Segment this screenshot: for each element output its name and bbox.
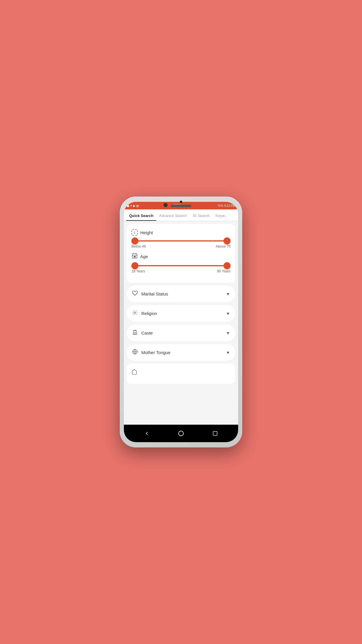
- height-max-label: Above 7ft: [216, 244, 231, 249]
- back-button[interactable]: [142, 429, 152, 438]
- height-card: ↕ Height Below 4ft Above 7ft: [127, 224, 235, 283]
- age-slider-thumb-right[interactable]: [224, 262, 231, 269]
- partial-section-label: [131, 369, 231, 376]
- marital-status-label: Marital Status: [141, 291, 168, 296]
- mother-tongue-chevron: ▼: [226, 350, 230, 355]
- content-area: ↕ Height Below 4ft Above 7ft: [124, 221, 238, 425]
- svg-rect-14: [134, 332, 136, 335]
- age-icon: [131, 253, 138, 260]
- age-max-label: 90 Years: [217, 269, 231, 273]
- height-section-label: ↕ Height: [131, 229, 231, 236]
- globe-icon: [132, 349, 138, 356]
- mother-tongue-label: Mother Tongue: [141, 350, 171, 355]
- height-slider-labels: Below 4ft Above 7ft: [131, 244, 231, 249]
- bottom-nav: [124, 425, 238, 442]
- height-slider-thumb-right[interactable]: [224, 237, 231, 244]
- religion-left: Religion: [132, 310, 157, 317]
- tab-id-search[interactable]: ID Search: [190, 209, 213, 221]
- age-slider-fill: [135, 265, 227, 266]
- height-slider-track: [135, 240, 227, 242]
- time-display: 5:12 PM: [224, 204, 235, 207]
- svg-line-8: [133, 311, 134, 312]
- age-label: Age: [140, 254, 148, 259]
- mother-tongue-left: Mother Tongue: [132, 349, 171, 356]
- svg-line-12: [133, 314, 134, 315]
- status-left: ◼ ✕ ▶ ▤: [127, 204, 139, 207]
- phone-screen-container: ◼ ✕ ▶ ▤ 355 B/s 71% 5:12 PM Quick Search…: [124, 202, 238, 442]
- svg-point-17: [179, 431, 184, 436]
- phone-camera: [164, 203, 168, 207]
- svg-point-5: [134, 312, 136, 314]
- heart-icon: [132, 290, 138, 298]
- age-slider-thumb-left[interactable]: [131, 262, 138, 269]
- religion-icon: [132, 310, 138, 317]
- caste-label: Caste: [141, 330, 153, 335]
- phone-speaker: [171, 205, 191, 207]
- partial-card: [127, 364, 235, 384]
- religion-dropdown[interactable]: Religion ▼: [127, 305, 235, 322]
- tab-quick-search[interactable]: Quick Search: [126, 209, 156, 221]
- svg-rect-4: [133, 256, 136, 258]
- age-section-label: Age: [131, 253, 231, 260]
- age-slider[interactable]: 18 Years 90 Years: [131, 265, 231, 273]
- tab-advance-search[interactable]: Advance Search: [156, 209, 190, 221]
- notification-icons: ◼ ✕ ▶ ▤: [127, 204, 139, 207]
- marital-status-left: Marital Status: [132, 290, 168, 298]
- recent-apps-button[interactable]: [210, 429, 220, 438]
- age-slider-track: [135, 265, 227, 266]
- mother-tongue-dropdown[interactable]: Mother Tongue ▼: [127, 344, 235, 361]
- phone-dot: [180, 201, 182, 203]
- svg-rect-0: [132, 254, 137, 258]
- height-label: Height: [140, 230, 153, 235]
- partial-icon: [131, 369, 137, 376]
- phone-frame: ◼ ✕ ▶ ▤ 355 B/s 71% 5:12 PM Quick Search…: [120, 197, 242, 447]
- svg-line-13: [136, 311, 137, 312]
- caste-chevron: ▼: [226, 331, 230, 335]
- home-button[interactable]: [176, 429, 186, 438]
- height-slider-fill: [135, 240, 227, 242]
- height-slider-thumb-left[interactable]: [131, 237, 138, 244]
- height-icon: ↕: [131, 229, 138, 236]
- marital-status-chevron: ▼: [226, 292, 230, 296]
- religion-chevron: ▼: [226, 311, 230, 316]
- svg-rect-18: [213, 431, 217, 435]
- height-min-label: Below 4ft: [131, 244, 146, 249]
- tab-bar: Quick Search Advance Search ID Search Ke…: [124, 209, 238, 221]
- caste-icon: [132, 329, 138, 337]
- status-right: 71% 5:12 PM: [217, 204, 235, 207]
- religion-label: Religion: [141, 311, 157, 316]
- tab-keyword-search[interactable]: Keyw...: [212, 209, 231, 221]
- battery-percent: 71%: [217, 204, 223, 207]
- age-min-label: 18 Years: [131, 269, 145, 273]
- caste-left: Caste: [132, 329, 153, 337]
- screen: ◼ ✕ ▶ ▤ 355 B/s 71% 5:12 PM Quick Search…: [124, 202, 238, 442]
- svg-line-9: [136, 314, 137, 315]
- caste-dropdown[interactable]: Caste ▼: [127, 325, 235, 341]
- age-slider-labels: 18 Years 90 Years: [131, 269, 231, 273]
- height-slider[interactable]: Below 4ft Above 7ft: [131, 240, 231, 249]
- marital-status-dropdown[interactable]: Marital Status ▼: [127, 286, 235, 302]
